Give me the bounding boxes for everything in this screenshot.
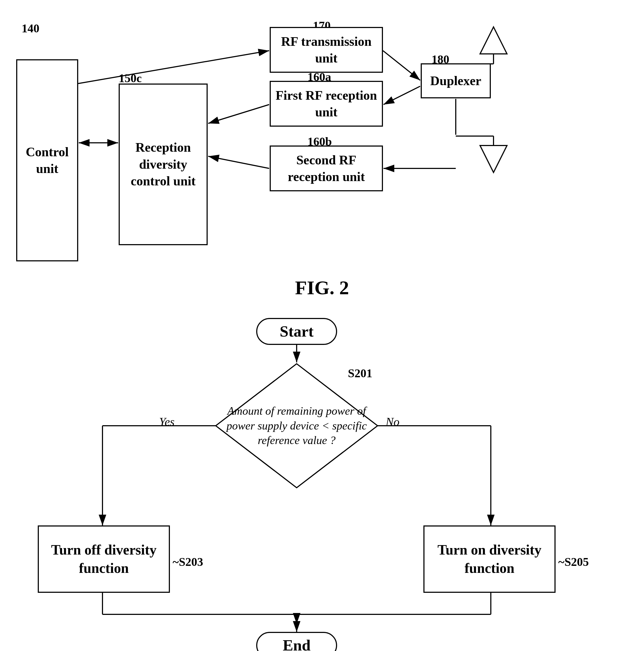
ref-140: 140 [22, 22, 39, 35]
svg-marker-10 [480, 27, 507, 54]
ref-150c: 150c [119, 71, 142, 85]
fig2-diagram: 140 Control unit 150c Reception diversit… [0, 11, 644, 307]
svg-line-2 [78, 51, 269, 84]
yes-label: Yes [159, 415, 174, 429]
duplexer-box: Duplexer [421, 63, 491, 98]
rdcu-box: Reception diversity control unit [119, 84, 208, 245]
turn-off-box: Turn off diversity function [38, 525, 170, 593]
diamond-text: Amount of remaining power of power suppl… [218, 385, 375, 466]
rf-rx1-box: First RF reception unit [270, 81, 383, 127]
fig2-title: FIG. 2 [295, 277, 349, 299]
rf-tx-box: RF transmission unit [270, 27, 383, 73]
ref-s201: S201 [348, 367, 372, 380]
svg-line-8 [208, 156, 269, 168]
flowchart-svg [0, 310, 644, 651]
flowchart: Start S201 Amount of remaining [0, 310, 644, 651]
start-box: Start [256, 318, 337, 345]
control-unit-box: Control unit [16, 59, 78, 261]
end-box: End [256, 632, 337, 651]
turn-on-box: Turn on diversity function [423, 525, 556, 593]
svg-marker-14 [480, 146, 507, 173]
svg-line-7 [208, 104, 269, 123]
ref-s205: ~S205 [558, 555, 589, 569]
svg-line-4 [383, 86, 420, 104]
no-label: No [386, 415, 400, 429]
svg-line-3 [383, 51, 420, 80]
ref-s203: ~S203 [173, 555, 203, 569]
rf-rx2-box: Second RF reception unit [270, 146, 383, 191]
